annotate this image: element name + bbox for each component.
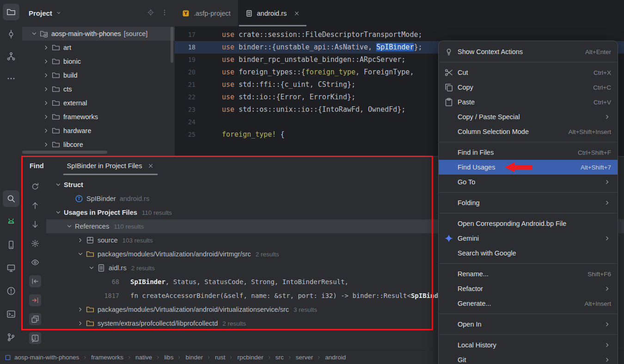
menu-item-find-in-files[interactable]: Find in FilesCtrl+Shift+F — [439, 145, 618, 160]
menu-item-cut[interactable]: CutCtrl+X — [439, 65, 618, 80]
menu-item-local-history[interactable]: Local History — [439, 338, 618, 352]
more-options-button[interactable] — [161, 9, 168, 16]
menu-item-paste[interactable]: PasteCtrl+V — [439, 95, 618, 109]
breadcrumb-item[interactable]: src — [275, 354, 284, 361]
chevron-right-icon — [604, 235, 611, 242]
open-in-new-tab-button[interactable] — [29, 313, 41, 325]
result-count: 2 results — [131, 265, 155, 272]
code-line[interactable]: 17use crate::session::FileDescriptorTran… — [175, 29, 624, 41]
close-icon[interactable] — [147, 163, 154, 169]
menu-item-open-corresponding-android-bp-file[interactable]: Open Corresponding Android.bp File — [439, 216, 618, 231]
previous-occurrence-button[interactable] — [29, 200, 41, 212]
menu-separator — [439, 142, 617, 142]
toolwindow-running-devices-button[interactable] — [3, 260, 19, 276]
folder-icon — [86, 250, 94, 258]
menu-item-rename[interactable]: Rename...Shift+F6 — [439, 267, 618, 281]
next-occurrence-button[interactable] — [29, 218, 41, 231]
problems-icon — [6, 286, 16, 296]
chevron-right-icon — [267, 355, 272, 360]
toolwindow-device-manager-button[interactable] — [3, 237, 19, 253]
select-opened-file-button[interactable] — [147, 9, 154, 16]
breadcrumb-item[interactable]: android — [325, 354, 346, 361]
chevron-right-icon — [43, 113, 50, 121]
menu-item-column-selection-mode[interactable]: Column Selection ModeAlt+Shift+Insert — [439, 124, 618, 139]
menu-item-copy-paste-special[interactable]: Copy / Paste Special — [439, 109, 618, 124]
toolwindow-pull-requests-button[interactable] — [3, 48, 19, 65]
settings-button[interactable] — [29, 237, 41, 249]
line-number[interactable]: 17 — [175, 29, 196, 41]
toolwindow-version-control-button[interactable] — [3, 329, 19, 346]
project-tree-item[interactable]: libcore — [22, 138, 175, 152]
toolwindow-commit-button[interactable] — [3, 26, 19, 42]
project-tree-item[interactable]: bionic — [22, 55, 175, 68]
menu-item-find-usages[interactable]: Find UsagesAlt+Shift+7 — [439, 160, 618, 175]
project-tree-item[interactable]: aosp-main-with-phones[source] — [22, 27, 175, 41]
toolwindow-terminal-button[interactable] — [3, 306, 19, 322]
eye-icon — [31, 258, 39, 267]
chevron-down-icon — [88, 264, 95, 272]
chevron-right-icon — [604, 178, 611, 186]
breadcrumb-item[interactable]: aosp-main-with-phones — [14, 354, 79, 361]
breadcrumb-item[interactable]: native — [135, 354, 152, 361]
menu-item-git[interactable]: Git — [439, 352, 618, 364]
project-tree-item[interactable]: cts — [22, 82, 175, 96]
project-tree-item[interactable]: external — [22, 96, 175, 110]
chevron-down-icon[interactable] — [55, 10, 62, 16]
line-number[interactable]: 21 — [175, 79, 196, 91]
tree-item-label: external — [63, 99, 87, 107]
chevron-right-icon[interactable] — [30, 337, 37, 344]
toolwindow-problems-button[interactable] — [3, 283, 19, 299]
project-tree-item[interactable]: build — [22, 68, 175, 82]
tree-item-label: bionic — [63, 58, 81, 65]
toolwindow-find-button[interactable] — [3, 190, 19, 207]
menu-item-show-context-actions[interactable]: Show Context ActionsAlt+Enter — [439, 44, 618, 59]
breadcrumb-item[interactable]: server — [296, 354, 313, 361]
refresh-button[interactable] — [29, 181, 41, 193]
breadcrumb-item[interactable]: frameworks — [91, 354, 123, 361]
menu-item-shortcut: Ctrl+Shift+F — [578, 149, 611, 156]
navigate-back-button[interactable] — [29, 275, 41, 287]
chevron-down-icon — [55, 181, 62, 188]
line-number[interactable]: 18 — [175, 41, 196, 54]
line-number[interactable]: 19 — [175, 54, 196, 66]
navigate-forward-button[interactable] — [29, 294, 41, 306]
line-number[interactable]: 25 — [175, 128, 196, 141]
menu-item-folding[interactable]: Folding — [439, 195, 618, 210]
line-number[interactable]: 20 — [175, 66, 196, 79]
breadcrumb-item[interactable]: binder — [185, 354, 203, 361]
menu-item-label: Go To — [458, 178, 600, 186]
tab-close-button[interactable] — [294, 10, 300, 17]
menu-item-refactor[interactable]: Refactor — [439, 281, 618, 296]
breadcrumb-item[interactable]: rpcbinder — [237, 354, 263, 361]
menu-item-open-in[interactable]: Open In — [439, 317, 618, 332]
project-tree-item[interactable]: hardware — [22, 124, 175, 138]
toolwindow-project-button[interactable] — [3, 4, 19, 20]
close-icon — [294, 10, 300, 17]
menu-item-generate[interactable]: Generate...Alt+Insert — [439, 296, 618, 311]
breadcrumb-item[interactable]: libs — [164, 354, 173, 361]
menu-item-copy[interactable]: CopyCtrl+C — [439, 80, 618, 95]
usage-line-number: 1817 — [99, 292, 119, 299]
editor-tab-asfp-project[interactable]: Y.asfp-project — [175, 0, 238, 26]
menu-item-gemini[interactable]: Gemini — [439, 231, 618, 246]
line-number[interactable]: 23 — [175, 103, 196, 116]
editor-tab-android-rs[interactable]: android.rs — [238, 0, 307, 26]
scissors-icon — [444, 68, 453, 77]
breadcrumb-item[interactable]: rust — [215, 354, 226, 361]
activity-bar-top-group — [3, 4, 19, 87]
refresh-icon — [31, 182, 39, 191]
menu-item-go-to[interactable]: Go To — [439, 175, 618, 189]
line-number[interactable]: 22 — [175, 91, 196, 103]
line-number[interactable]: 24 — [175, 116, 196, 128]
project-tree-item[interactable]: art — [22, 41, 175, 55]
project-tree-item[interactable]: frameworks — [22, 110, 175, 124]
vertical-scrollbar[interactable] — [171, 27, 173, 63]
project-panel-title[interactable]: Project — [29, 9, 52, 17]
toolwindow-more-tool-windows-button[interactable] — [3, 70, 19, 87]
toolwindow-logcat-button[interactable] — [3, 213, 19, 230]
preview-button[interactable] — [29, 256, 41, 268]
horizontal-scrollbar[interactable] — [22, 151, 107, 154]
folder-icon — [52, 113, 60, 121]
find-results-tab[interactable]: SpIBinder in Project Files — [62, 157, 159, 175]
menu-item-search-with-google[interactable]: Search with Google — [439, 246, 618, 261]
